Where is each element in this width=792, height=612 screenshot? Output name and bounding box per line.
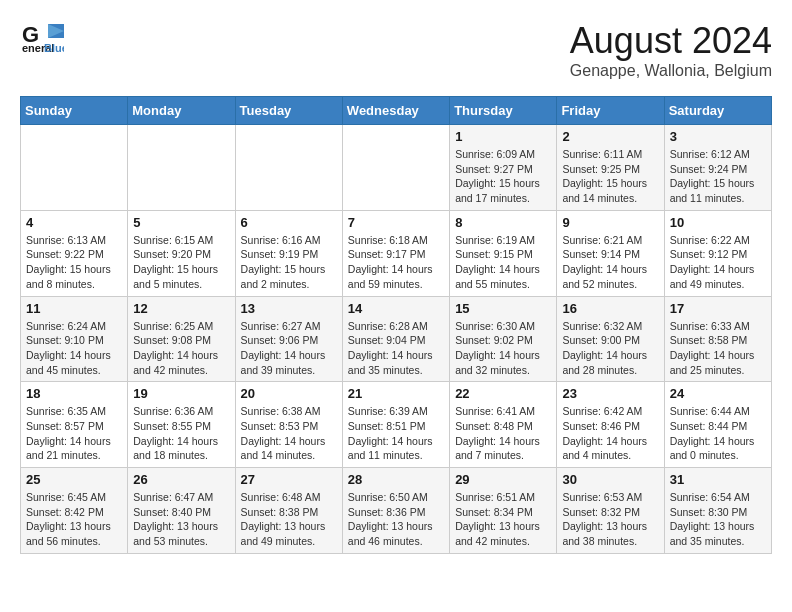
day-info: Sunrise: 6:48 AM Sunset: 8:38 PM Dayligh… [241,490,337,549]
day-number: 7 [348,215,444,230]
day-number: 29 [455,472,551,487]
logo: G eneral Blue [20,20,64,54]
day-number: 11 [26,301,122,316]
calendar-day-cell: 20Sunrise: 6:38 AM Sunset: 8:53 PM Dayli… [235,382,342,468]
day-info: Sunrise: 6:41 AM Sunset: 8:48 PM Dayligh… [455,404,551,463]
calendar-day-cell: 5Sunrise: 6:15 AM Sunset: 9:20 PM Daylig… [128,210,235,296]
day-of-week-header: Saturday [664,97,771,125]
day-number: 30 [562,472,658,487]
calendar-day-cell: 16Sunrise: 6:32 AM Sunset: 9:00 PM Dayli… [557,296,664,382]
day-of-week-header: Thursday [450,97,557,125]
svg-text:Blue: Blue [44,42,64,54]
day-number: 20 [241,386,337,401]
day-info: Sunrise: 6:13 AM Sunset: 9:22 PM Dayligh… [26,233,122,292]
day-number: 31 [670,472,766,487]
calendar-day-cell: 30Sunrise: 6:53 AM Sunset: 8:32 PM Dayli… [557,468,664,554]
day-number: 19 [133,386,229,401]
calendar-day-cell [342,125,449,211]
calendar-day-cell: 9Sunrise: 6:21 AM Sunset: 9:14 PM Daylig… [557,210,664,296]
day-info: Sunrise: 6:35 AM Sunset: 8:57 PM Dayligh… [26,404,122,463]
calendar-day-cell: 25Sunrise: 6:45 AM Sunset: 8:42 PM Dayli… [21,468,128,554]
day-info: Sunrise: 6:28 AM Sunset: 9:04 PM Dayligh… [348,319,444,378]
calendar-day-cell: 4Sunrise: 6:13 AM Sunset: 9:22 PM Daylig… [21,210,128,296]
calendar-day-cell: 13Sunrise: 6:27 AM Sunset: 9:06 PM Dayli… [235,296,342,382]
day-number: 13 [241,301,337,316]
location-subtitle: Genappe, Wallonia, Belgium [570,62,772,80]
day-info: Sunrise: 6:12 AM Sunset: 9:24 PM Dayligh… [670,147,766,206]
day-info: Sunrise: 6:21 AM Sunset: 9:14 PM Dayligh… [562,233,658,292]
day-number: 18 [26,386,122,401]
calendar-day-cell: 27Sunrise: 6:48 AM Sunset: 8:38 PM Dayli… [235,468,342,554]
day-info: Sunrise: 6:19 AM Sunset: 9:15 PM Dayligh… [455,233,551,292]
day-number: 9 [562,215,658,230]
calendar-day-cell: 14Sunrise: 6:28 AM Sunset: 9:04 PM Dayli… [342,296,449,382]
day-number: 17 [670,301,766,316]
calendar-day-cell: 28Sunrise: 6:50 AM Sunset: 8:36 PM Dayli… [342,468,449,554]
calendar-day-cell: 10Sunrise: 6:22 AM Sunset: 9:12 PM Dayli… [664,210,771,296]
day-info: Sunrise: 6:24 AM Sunset: 9:10 PM Dayligh… [26,319,122,378]
day-info: Sunrise: 6:44 AM Sunset: 8:44 PM Dayligh… [670,404,766,463]
day-number: 28 [348,472,444,487]
calendar-week-row: 25Sunrise: 6:45 AM Sunset: 8:42 PM Dayli… [21,468,772,554]
calendar-day-cell: 1Sunrise: 6:09 AM Sunset: 9:27 PM Daylig… [450,125,557,211]
day-info: Sunrise: 6:54 AM Sunset: 8:30 PM Dayligh… [670,490,766,549]
day-number: 25 [26,472,122,487]
calendar-day-cell: 3Sunrise: 6:12 AM Sunset: 9:24 PM Daylig… [664,125,771,211]
calendar-day-cell: 21Sunrise: 6:39 AM Sunset: 8:51 PM Dayli… [342,382,449,468]
calendar-week-row: 1Sunrise: 6:09 AM Sunset: 9:27 PM Daylig… [21,125,772,211]
day-number: 6 [241,215,337,230]
day-of-week-header: Monday [128,97,235,125]
day-info: Sunrise: 6:27 AM Sunset: 9:06 PM Dayligh… [241,319,337,378]
calendar-day-cell: 8Sunrise: 6:19 AM Sunset: 9:15 PM Daylig… [450,210,557,296]
day-number: 3 [670,129,766,144]
calendar-week-row: 11Sunrise: 6:24 AM Sunset: 9:10 PM Dayli… [21,296,772,382]
day-number: 4 [26,215,122,230]
calendar-day-cell: 24Sunrise: 6:44 AM Sunset: 8:44 PM Dayli… [664,382,771,468]
calendar-day-cell: 17Sunrise: 6:33 AM Sunset: 8:58 PM Dayli… [664,296,771,382]
day-number: 16 [562,301,658,316]
day-of-week-header: Tuesday [235,97,342,125]
day-info: Sunrise: 6:18 AM Sunset: 9:17 PM Dayligh… [348,233,444,292]
calendar-week-row: 18Sunrise: 6:35 AM Sunset: 8:57 PM Dayli… [21,382,772,468]
logo-icon: G eneral Blue [20,20,64,54]
day-number: 12 [133,301,229,316]
calendar-day-cell: 19Sunrise: 6:36 AM Sunset: 8:55 PM Dayli… [128,382,235,468]
day-number: 27 [241,472,337,487]
day-info: Sunrise: 6:42 AM Sunset: 8:46 PM Dayligh… [562,404,658,463]
day-number: 5 [133,215,229,230]
month-year-title: August 2024 [570,20,772,62]
day-info: Sunrise: 6:45 AM Sunset: 8:42 PM Dayligh… [26,490,122,549]
day-number: 21 [348,386,444,401]
day-number: 2 [562,129,658,144]
day-number: 15 [455,301,551,316]
day-info: Sunrise: 6:33 AM Sunset: 8:58 PM Dayligh… [670,319,766,378]
day-info: Sunrise: 6:30 AM Sunset: 9:02 PM Dayligh… [455,319,551,378]
day-info: Sunrise: 6:50 AM Sunset: 8:36 PM Dayligh… [348,490,444,549]
calendar-day-cell: 23Sunrise: 6:42 AM Sunset: 8:46 PM Dayli… [557,382,664,468]
calendar-day-cell: 22Sunrise: 6:41 AM Sunset: 8:48 PM Dayli… [450,382,557,468]
calendar-day-cell: 15Sunrise: 6:30 AM Sunset: 9:02 PM Dayli… [450,296,557,382]
day-number: 8 [455,215,551,230]
calendar-day-cell: 7Sunrise: 6:18 AM Sunset: 9:17 PM Daylig… [342,210,449,296]
day-info: Sunrise: 6:09 AM Sunset: 9:27 PM Dayligh… [455,147,551,206]
day-number: 14 [348,301,444,316]
calendar-day-cell: 2Sunrise: 6:11 AM Sunset: 9:25 PM Daylig… [557,125,664,211]
calendar-day-cell [128,125,235,211]
day-info: Sunrise: 6:36 AM Sunset: 8:55 PM Dayligh… [133,404,229,463]
day-number: 26 [133,472,229,487]
day-number: 10 [670,215,766,230]
calendar-day-cell: 26Sunrise: 6:47 AM Sunset: 8:40 PM Dayli… [128,468,235,554]
day-of-week-header: Sunday [21,97,128,125]
calendar-day-cell [21,125,128,211]
calendar-day-cell: 31Sunrise: 6:54 AM Sunset: 8:30 PM Dayli… [664,468,771,554]
title-area: August 2024 Genappe, Wallonia, Belgium [570,20,772,80]
day-info: Sunrise: 6:32 AM Sunset: 9:00 PM Dayligh… [562,319,658,378]
day-info: Sunrise: 6:11 AM Sunset: 9:25 PM Dayligh… [562,147,658,206]
day-of-week-header: Friday [557,97,664,125]
calendar-day-cell: 12Sunrise: 6:25 AM Sunset: 9:08 PM Dayli… [128,296,235,382]
calendar-day-cell: 29Sunrise: 6:51 AM Sunset: 8:34 PM Dayli… [450,468,557,554]
day-number: 22 [455,386,551,401]
day-info: Sunrise: 6:39 AM Sunset: 8:51 PM Dayligh… [348,404,444,463]
day-number: 24 [670,386,766,401]
day-info: Sunrise: 6:53 AM Sunset: 8:32 PM Dayligh… [562,490,658,549]
